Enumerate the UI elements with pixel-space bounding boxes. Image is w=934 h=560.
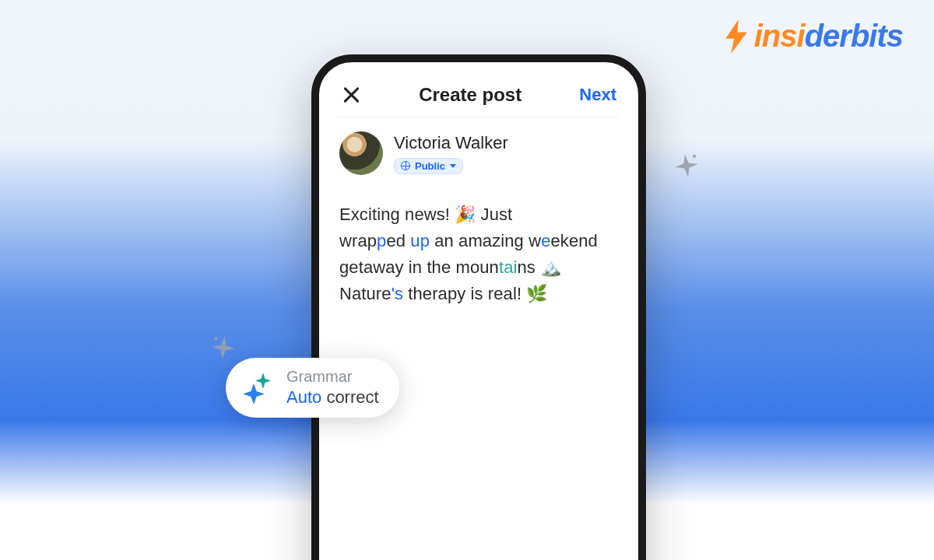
brand-text-b: der: [805, 19, 851, 53]
phone-screen: Create post Next Victoria Walker Public …: [319, 62, 638, 560]
bubble-label-correct: correct: [321, 387, 378, 407]
phone-frame: Create post Next Victoria Walker Public …: [311, 54, 646, 560]
chevron-down-icon: [450, 164, 456, 168]
bubble-label-grammar: Grammar: [286, 367, 379, 387]
bubble-label-auto: Auto: [286, 387, 321, 407]
brand-logo: insiderbits: [723, 19, 903, 54]
sparkle-icon: [209, 333, 237, 362]
audience-selector[interactable]: Public: [394, 158, 463, 174]
post-text-input[interactable]: Exciting news! 🎉 Justwrapped up an amazi…: [339, 181, 618, 307]
svg-point-1: [214, 337, 218, 341]
author-row: Victoria Walker Public: [339, 117, 618, 181]
audience-label: Public: [415, 160, 445, 172]
sparkle-cluster-icon: [240, 369, 276, 405]
brand-text-a: insi: [754, 19, 805, 53]
author-name: Victoria Walker: [394, 133, 508, 153]
bubble-text: Grammar Auto correct: [286, 367, 379, 408]
avatar[interactable]: [339, 131, 383, 175]
globe-icon: [401, 161, 410, 170]
promo-canvas: insiderbits Create post Next Victoria Wa…: [0, 0, 934, 560]
sparkle-icon: [672, 151, 701, 180]
brand-text-c: bits: [851, 19, 903, 53]
page-title: Create post: [419, 84, 521, 106]
close-icon[interactable]: [341, 85, 361, 105]
bolt-icon: [723, 19, 750, 54]
next-button[interactable]: Next: [579, 85, 616, 105]
svg-point-0: [693, 154, 697, 158]
compose-topbar: Create post Next: [339, 79, 618, 117]
grammar-suggestion-bubble[interactable]: Grammar Auto correct: [226, 358, 399, 418]
